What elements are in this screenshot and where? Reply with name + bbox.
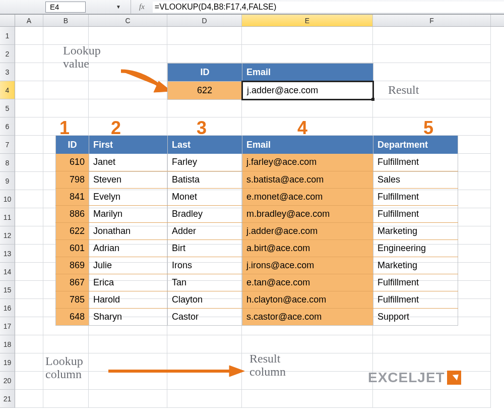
row-header-3[interactable]: 3 [0, 63, 15, 81]
name-box-dropdown-icon[interactable]: ▼ [86, 4, 126, 10]
select-all-corner[interactable] [0, 15, 15, 26]
row-header-15[interactable]: 15 [0, 281, 15, 299]
column-headers-row: A B C D E F [0, 15, 504, 27]
row-header-12[interactable]: 12 [0, 226, 15, 245]
row-header-9[interactable]: 9 [0, 172, 15, 190]
fx-icon[interactable]: fx [131, 3, 153, 11]
row-header-11[interactable]: 11 [0, 208, 15, 226]
column-header-B[interactable]: B [43, 15, 89, 26]
cells-area[interactable]: Lookup value ID Email 622 [15, 27, 504, 408]
row-header-6[interactable]: 6 [0, 117, 15, 136]
column-header-E[interactable]: E [242, 15, 373, 26]
row-header-20[interactable]: 20 [0, 372, 15, 390]
row-header-10[interactable]: 10 [0, 190, 15, 208]
column-header-D[interactable]: D [167, 15, 242, 26]
row-header-4[interactable]: 4 [0, 81, 15, 99]
row-header-21[interactable]: 21 [0, 390, 15, 408]
excel-top-bar: ▼ fx [0, 0, 504, 14]
row-header-5[interactable]: 5 [0, 99, 15, 117]
row-header-8[interactable]: 8 [0, 154, 15, 172]
row-header-7[interactable]: 7 [0, 136, 15, 154]
row-headers-column: 123456789101112131415161718192021 [0, 27, 15, 408]
row-header-18[interactable]: 18 [0, 335, 15, 353]
row-header-1[interactable]: 1 [0, 27, 15, 45]
row-header-2[interactable]: 2 [0, 45, 15, 63]
column-header-F[interactable]: F [373, 15, 491, 26]
formula-bar[interactable] [153, 2, 504, 13]
column-header-A[interactable]: A [15, 15, 43, 26]
name-box-container: ▼ [0, 0, 131, 14]
row-header-19[interactable]: 19 [0, 353, 15, 372]
column-header-C[interactable]: C [89, 15, 167, 26]
row-header-17[interactable]: 17 [0, 317, 15, 335]
name-box[interactable] [45, 2, 86, 13]
row-header-16[interactable]: 16 [0, 299, 15, 317]
row-header-13[interactable]: 13 [0, 245, 15, 263]
spreadsheet-grid: A B C D E F 1234567891011121314151617181… [0, 14, 504, 408]
row-header-14[interactable]: 14 [0, 263, 15, 281]
